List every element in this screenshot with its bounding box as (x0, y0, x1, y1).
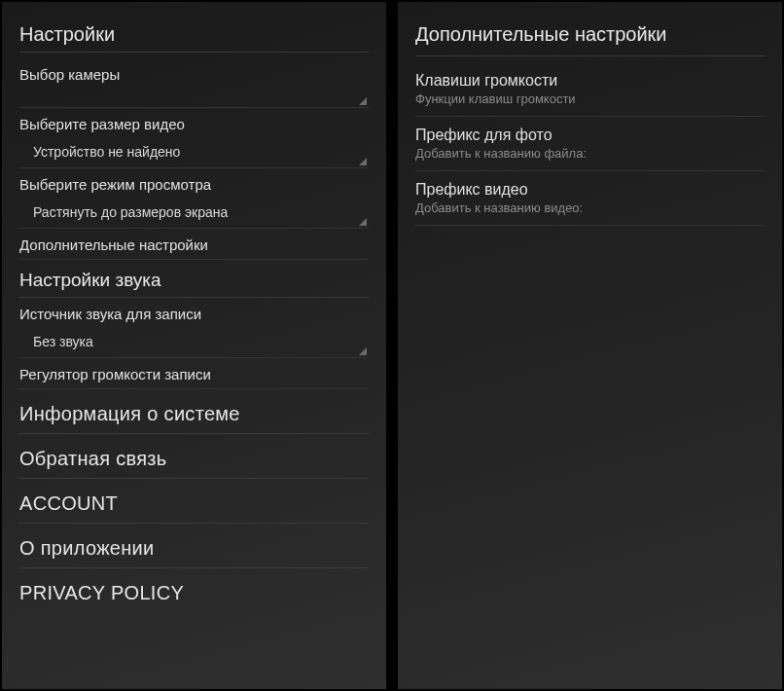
view-mode-spinner[interactable]: Растянуть до размеров экрана (19, 197, 369, 229)
volume-keys-title: Клавиши громкости (415, 72, 765, 90)
settings-title: Настройки (19, 23, 369, 53)
photo-prefix-item[interactable]: Префикс для фото Добавить к названию фай… (415, 119, 765, 171)
video-size-spinner[interactable]: Устройство не найдено (19, 136, 369, 168)
account-item[interactable]: ACCOUNT (19, 479, 369, 524)
volume-keys-sub: Функции клавиш громкости (415, 91, 765, 106)
photo-prefix-title: Префикс для фото (415, 127, 765, 144)
volume-control-item[interactable]: Регулятор громкости записи (19, 358, 369, 389)
view-mode-label: Выберите режим просмотра (19, 168, 369, 197)
additional-settings-item[interactable]: Дополнительные настройки (19, 229, 369, 260)
video-prefix-sub: Добавить к названию видео: (415, 200, 765, 215)
additional-settings-title: Дополнительные настройки (415, 23, 765, 56)
camera-select-label: Выбор камеры (19, 58, 369, 87)
video-size-value: Устройство не найдено (33, 144, 180, 160)
video-prefix-item[interactable]: Префикс видео Добавить к названию видео: (415, 173, 765, 226)
system-info-item[interactable]: Информация о системе (19, 389, 369, 434)
camera-select-spinner[interactable] (19, 87, 369, 108)
video-size-label: Выберите размер видео (19, 108, 369, 136)
view-mode-value: Растянуть до размеров экрана (33, 204, 228, 220)
video-prefix-title: Префикс видео (415, 181, 765, 199)
audio-source-value: Без звука (33, 334, 93, 349)
photo-prefix-sub: Добавить к названию файла: (415, 146, 765, 161)
audio-source-label: Источник звука для записи (19, 298, 369, 326)
feedback-item[interactable]: Обратная связь (19, 434, 369, 479)
volume-keys-item[interactable]: Клавиши громкости Функции клавиш громкос… (415, 64, 765, 117)
settings-panel-left: Настройки Выбор камеры Выберите размер в… (2, 2, 386, 689)
about-item[interactable]: О приложении (19, 524, 369, 568)
audio-source-spinner[interactable]: Без звука (19, 326, 369, 358)
settings-panel-right: Дополнительные настройки Клавиши громкос… (398, 2, 782, 689)
privacy-item[interactable]: PRIVACY POLICY (19, 568, 369, 612)
sound-settings-title: Настройки звука (19, 260, 369, 298)
